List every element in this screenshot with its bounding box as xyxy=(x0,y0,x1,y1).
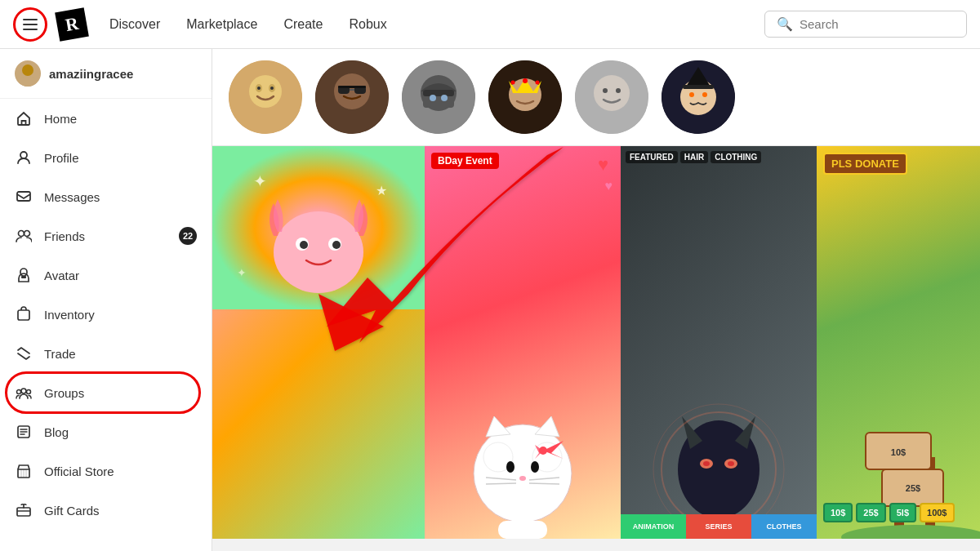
game-card-axolotl[interactable]: ✦ ★ ✦ xyxy=(212,146,425,539)
friend-avatar-2[interactable] xyxy=(315,60,389,134)
giftcards-icon xyxy=(15,501,33,519)
nav-discover[interactable]: Discover xyxy=(109,17,160,32)
featured-tags: FEATURED HAIR CLOTHING xyxy=(626,151,761,163)
sidebar-item-groups[interactable]: Groups xyxy=(0,373,212,412)
nav-marketplace[interactable]: Marketplace xyxy=(186,17,257,32)
top-navigation: R Discover Marketplace Create Robux 🔍 xyxy=(0,0,980,49)
svg-point-37 xyxy=(594,75,630,111)
hamburger-button[interactable] xyxy=(13,7,47,42)
profile-icon xyxy=(15,149,33,167)
svg-rect-8 xyxy=(18,310,29,320)
sidebar-item-home[interactable]: Home xyxy=(0,99,212,138)
svg-point-18 xyxy=(257,87,261,90)
friends-icon xyxy=(15,227,33,245)
friend-avatar-4[interactable] xyxy=(488,60,562,134)
sidebar-label-friends: Friends xyxy=(44,229,85,243)
svg-point-61 xyxy=(519,476,526,481)
user-row[interactable]: amaziingracee xyxy=(0,49,212,99)
friend-avatar-6[interactable] xyxy=(662,60,735,134)
search-box: 🔍 xyxy=(764,11,967,38)
svg-point-34 xyxy=(511,81,515,85)
game-card-bday[interactable]: BDay Event xyxy=(425,146,621,539)
svg-point-55 xyxy=(474,424,572,522)
svg-point-50 xyxy=(300,241,308,249)
nav-links: Discover Marketplace Create Robux xyxy=(109,17,755,32)
friend-avatar-5[interactable] xyxy=(575,60,648,134)
svg-point-29 xyxy=(430,95,436,101)
svg-point-19 xyxy=(270,87,274,90)
search-icon: 🔍 xyxy=(777,16,793,32)
sidebar-item-store[interactable]: Official Store xyxy=(0,451,212,491)
tag-featured: FEATURED xyxy=(626,151,678,163)
sidebar-item-giftcards[interactable]: Gift Cards xyxy=(0,491,212,530)
main-layout: amaziingracee Home Profile Messages xyxy=(0,49,980,551)
store-icon xyxy=(15,462,33,480)
inventory-icon xyxy=(15,305,33,323)
svg-text:★: ★ xyxy=(376,184,387,198)
groups-icon xyxy=(15,384,33,402)
svg-point-11 xyxy=(27,390,31,394)
friends-row xyxy=(212,49,980,146)
game-card-featured[interactable]: FEATURED HAIR CLOTHING xyxy=(621,146,817,539)
sidebar-item-friends[interactable]: Friends 22 xyxy=(0,216,212,256)
svg-text:✦: ✦ xyxy=(237,266,247,279)
svg-point-59 xyxy=(506,461,514,473)
sidebar-label-store: Official Store xyxy=(44,464,114,478)
sidebar-label-giftcards: Gift Cards xyxy=(44,504,100,518)
svg-point-81 xyxy=(841,525,980,539)
hamburger-icon xyxy=(23,19,38,30)
sidebar-item-trade[interactable]: Trade xyxy=(0,334,212,373)
nav-robux[interactable]: Robux xyxy=(349,17,386,32)
svg-text:10$: 10$ xyxy=(891,447,906,457)
game-card-donate[interactable]: PLS DONATE 10$ 25$ xyxy=(817,146,980,539)
sidebar-item-inventory[interactable]: Inventory xyxy=(0,295,212,334)
nav-create[interactable]: Create xyxy=(283,17,323,32)
svg-point-39 xyxy=(616,88,621,93)
svg-point-1 xyxy=(19,76,37,87)
blog-icon xyxy=(15,423,33,441)
svg-point-4 xyxy=(19,231,24,237)
svg-point-38 xyxy=(603,88,608,93)
sidebar-item-messages[interactable]: Messages xyxy=(0,177,212,216)
svg-point-5 xyxy=(24,231,30,237)
messages-icon xyxy=(15,188,33,206)
svg-point-35 xyxy=(536,81,540,85)
roblox-logo-text: R xyxy=(64,12,80,35)
donate-btn-10[interactable]: 10$ xyxy=(823,503,853,522)
svg-point-72 xyxy=(728,461,734,466)
svg-rect-42 xyxy=(683,85,714,89)
search-input[interactable] xyxy=(800,17,955,31)
svg-line-65 xyxy=(529,483,559,484)
svg-point-43 xyxy=(689,92,694,97)
svg-text:25$: 25$ xyxy=(906,483,920,493)
sidebar-label-blog: Blog xyxy=(44,425,69,439)
sidebar-label-groups: Groups xyxy=(44,386,84,400)
friends-badge: 22 xyxy=(179,227,197,245)
svg-point-9 xyxy=(21,389,26,393)
svg-point-51 xyxy=(332,241,341,249)
avatar-icon xyxy=(15,266,33,284)
tag-clothing: CLOTHING xyxy=(710,151,761,163)
game-card-bday-thumb: BDay Event xyxy=(425,146,621,539)
donate-btn-25[interactable]: 25$ xyxy=(856,503,885,522)
donate-btn-51[interactable]: 5l$ xyxy=(889,503,916,522)
donate-label: PLS DONATE xyxy=(823,153,907,175)
home-icon xyxy=(15,109,33,127)
sidebar-label-trade: Trade xyxy=(44,347,76,361)
svg-rect-24 xyxy=(338,86,366,88)
main-content: ✦ ★ ✦ BDay Event xyxy=(212,49,980,551)
bday-label: BDay Event xyxy=(431,153,499,169)
svg-point-33 xyxy=(523,78,528,83)
sidebar-item-blog[interactable]: Blog xyxy=(0,412,212,451)
sidebar-label-home: Home xyxy=(44,112,77,126)
svg-rect-7 xyxy=(21,276,26,278)
donate-btn-100[interactable]: 100$ xyxy=(920,503,954,522)
sidebar-item-profile[interactable]: Profile xyxy=(0,138,212,177)
friend-avatar-3[interactable] xyxy=(402,60,475,134)
game-card-axolotl-thumb: ✦ ★ ✦ xyxy=(212,146,425,539)
svg-point-30 xyxy=(441,95,448,101)
roblox-logo[interactable]: R xyxy=(55,7,89,42)
friend-avatar-1[interactable] xyxy=(229,60,302,134)
sidebar-item-avatar[interactable]: Avatar xyxy=(0,256,212,295)
svg-point-0 xyxy=(22,64,33,76)
